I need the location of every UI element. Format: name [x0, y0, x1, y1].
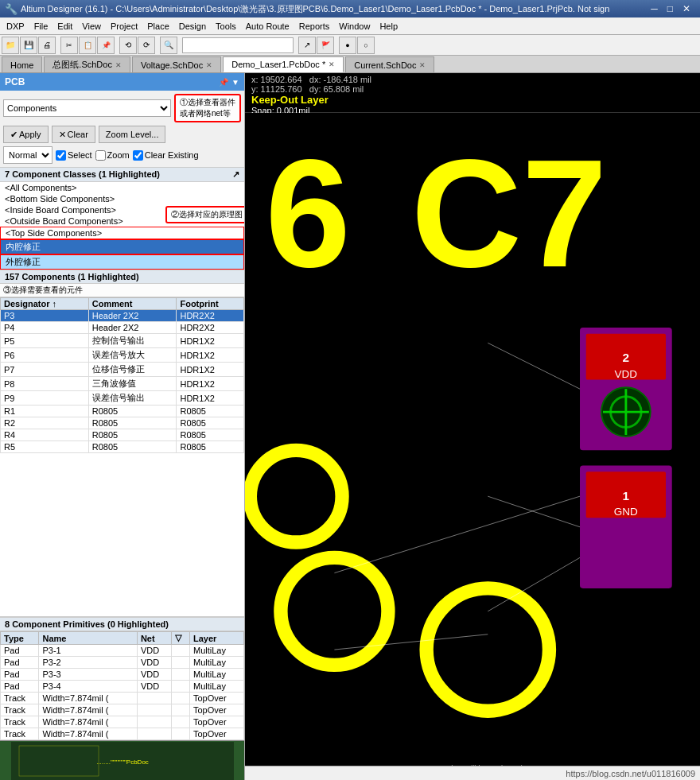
toolbar-btn-arrow[interactable]: ↗ — [298, 37, 316, 54]
class-list-expand[interactable]: ↗ — [232, 169, 239, 180]
comp-table-row[interactable]: R5 R0805 R0805 — [1, 441, 244, 453]
pcb-canvas[interactable]: x: 19502.664 dx: -186.418 mil y: 11125.7… — [245, 73, 700, 780]
comp-col-comment[interactable]: Comment — [88, 298, 177, 310]
comp-table-row[interactable]: P8 三角波修值 HDR1X2 — [1, 377, 244, 391]
clear-existing-checkbox[interactable] — [133, 150, 143, 161]
tab-current-close[interactable]: ✕ — [419, 61, 426, 69]
comp-table-row[interactable]: P4 Header 2X2 HDR2X2 — [1, 322, 244, 334]
toolbar-btn-6[interactable]: 📌 — [97, 37, 115, 54]
prim-col-name[interactable]: Name — [39, 632, 137, 645]
comp-col-footprint[interactable]: Footprint — [177, 298, 244, 310]
menu-file[interactable]: File — [29, 20, 53, 33]
comp-table-row[interactable]: R1 R0805 R0805 — [1, 406, 244, 417]
comp-col-designator[interactable]: Designator ↑ — [1, 298, 89, 310]
prim-cell-name: Width=7.874mil ( — [39, 704, 137, 716]
toolbar-btn-2[interactable]: 💾 — [20, 37, 37, 54]
toolbar-btn-7[interactable]: ⟲ — [119, 37, 137, 54]
tab-voltage[interactable]: Voltage.SchDoc ✕ — [132, 56, 221, 72]
clear-button[interactable]: ✕ Clear — [52, 126, 95, 143]
toolbar-btn-search[interactable]: 🔍 — [160, 37, 177, 54]
svg-text:6: 6 — [266, 127, 351, 299]
prim-cell-name: P3-1 — [39, 645, 137, 657]
tab-zongtuzhi-close[interactable]: ✕ — [115, 61, 122, 69]
filter-dropdown[interactable]: Components Nets Net Classes — [3, 99, 171, 117]
prim-col-net[interactable]: Net — [137, 632, 171, 645]
prim-tbody: Pad P3-1 VDD MultiLay Pad P3-2 VDD Multi… — [1, 645, 244, 740]
prim-table-row[interactable]: Track Width=7.874mil ( TopOver — [1, 693, 244, 704]
menu-design[interactable]: Design — [174, 20, 211, 33]
prim-col-filter[interactable]: ▽ — [172, 632, 190, 645]
zoom-checkbox[interactable] — [95, 150, 106, 161]
apply-button[interactable]: ✔ Apply — [3, 126, 49, 143]
tab-demolaser1-pcb-close[interactable]: ✕ — [329, 60, 335, 68]
menu-view[interactable]: View — [77, 20, 106, 33]
menu-autoroute[interactable]: Auto Route — [241, 20, 294, 33]
prim-table-row[interactable]: Pad P3-4 VDD MultiLay — [1, 681, 244, 693]
svg-text:GND: GND — [614, 506, 638, 518]
minimap[interactable]: ........"""""""PcbDoc — [0, 740, 244, 780]
pcb-panel-pin[interactable]: 📌 — [219, 78, 228, 87]
toolbar-btn-flag[interactable]: 🚩 — [317, 37, 334, 54]
comp-table-row[interactable]: R4 R0805 R0805 — [1, 429, 244, 441]
prim-table-row[interactable]: Track Width=7.874mil ( TopOver — [1, 728, 244, 740]
annotation-2: ②选择对应的原理图 — [165, 206, 245, 223]
toolbar-btn-3[interactable]: 🖨 — [38, 37, 56, 54]
comp-table-row[interactable]: P6 误差信号放大 HDR1X2 — [1, 348, 244, 363]
class-item-all[interactable]: <All Components> — [0, 182, 244, 193]
comp-table-row[interactable]: P3 Header 2X2 HDR2X2 — [1, 310, 244, 322]
clear-existing-label: Clear Existing — [145, 150, 199, 160]
prim-table-wrap[interactable]: Type Name Net ▽ Layer Pad P3-1 VDD Multi… — [0, 631, 244, 740]
menu-project[interactable]: Project — [106, 20, 142, 33]
menu-edit[interactable]: Edit — [52, 20, 77, 33]
comp-table-row[interactable]: R2 R0805 R0805 — [1, 417, 244, 429]
maximize-btn[interactable]: □ — [663, 3, 678, 14]
toolbar-btn-8[interactable]: ⟳ — [138, 37, 155, 54]
notsaved-input[interactable]: (Not Saved) — [182, 37, 294, 53]
toolbar-btn-1[interactable]: 📁 — [2, 37, 19, 54]
toolbar-btn-9[interactable]: ● — [339, 37, 356, 54]
class-list-header: 7 Component Classes (1 Highlighted) ↗ — [0, 168, 244, 182]
zoom-level-button[interactable]: Zoom Level... — [99, 126, 166, 143]
tab-zongtuzhi[interactable]: 总图纸.SchDoc ✕ — [44, 56, 130, 72]
menu-place[interactable]: Place — [142, 20, 174, 33]
close-btn[interactable]: ✕ — [678, 3, 695, 14]
prim-cell-name: Width=7.874mil ( — [39, 728, 137, 740]
tab-current[interactable]: Current.SchDoc ✕ — [345, 56, 434, 72]
comp-table-wrap[interactable]: Designator ↑ Comment Footprint P3 Header… — [0, 297, 244, 616]
minimize-btn[interactable]: ─ — [646, 3, 663, 14]
class-item-top[interactable]: <Top Side Components> — [0, 227, 244, 239]
pcb-panel-menu[interactable]: ▼ — [231, 78, 239, 87]
prim-cell-layer: TopOver — [190, 716, 244, 728]
prim-table-row[interactable]: Track Width=7.874mil ( TopOver — [1, 704, 244, 716]
class-item-neiqiang[interactable]: 内腔修正 — [0, 239, 244, 254]
toolbar-btn-4[interactable]: ✂ — [60, 37, 78, 54]
comp-table-row[interactable]: P7 位移信号修正 HDR1X2 — [1, 363, 244, 377]
tab-home[interactable]: Home — [2, 56, 42, 72]
prim-col-type[interactable]: Type — [1, 632, 39, 645]
class-item-bottom[interactable]: <Bottom Side Components> — [0, 193, 244, 204]
prim-table-row[interactable]: Pad P3-3 VDD MultiLay — [1, 669, 244, 681]
menu-dxp[interactable]: DXP — [2, 20, 29, 33]
tab-demolaser1-pcb[interactable]: Demo_Laser1.PcbDoc * ✕ — [223, 56, 344, 72]
select-checkbox[interactable] — [56, 150, 66, 161]
prim-cell-name: Width=7.874mil ( — [39, 693, 137, 704]
tab-voltage-close[interactable]: ✕ — [206, 61, 212, 69]
comp-table-row[interactable]: P5 控制信号输出 HDR1X2 — [1, 334, 244, 348]
class-item-waiqiang[interactable]: 外腔修正 — [0, 254, 244, 270]
prim-col-layer[interactable]: Layer — [190, 632, 244, 645]
prim-table-row[interactable]: Pad P3-2 VDD MultiLay — [1, 657, 244, 669]
menu-help[interactable]: Help — [375, 20, 402, 33]
menu-window[interactable]: Window — [334, 20, 375, 33]
menu-tools[interactable]: Tools — [211, 20, 241, 33]
toolbar-btn-10[interactable]: ○ — [357, 37, 375, 54]
mode-select[interactable]: Normal Mask Dim — [3, 146, 52, 164]
prim-table-row[interactable]: Track Width=7.874mil ( TopOver — [1, 716, 244, 728]
canvas-area[interactable]: 6 C7 2 VDD — [245, 113, 700, 780]
statusbar: https://blog.csdn.net/u011816009 — [245, 766, 700, 780]
toolbar-btn-5[interactable]: 📋 — [79, 37, 96, 54]
comp-cell-designator: R4 — [1, 429, 89, 441]
menu-reports[interactable]: Reports — [294, 20, 335, 33]
coords-bar: x: 19502.664 dx: -186.418 mil y: 11125.7… — [245, 73, 700, 113]
comp-table-row[interactable]: P9 误差信号输出 HDR1X2 — [1, 391, 244, 406]
prim-table-row[interactable]: Pad P3-1 VDD MultiLay — [1, 645, 244, 657]
